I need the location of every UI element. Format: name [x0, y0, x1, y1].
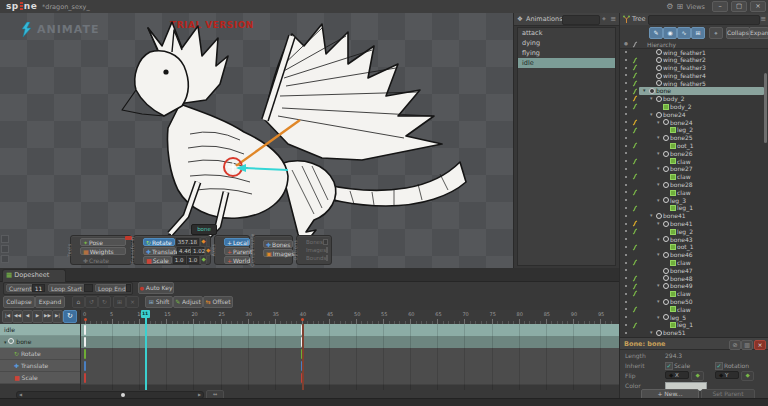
minimize-button[interactable]: –: [712, 1, 728, 12]
tree-expand-button[interactable]: Expand: [749, 27, 768, 39]
rotate-button[interactable]: ↻Rotate: [143, 238, 175, 246]
visibility-dot-icon[interactable]: [625, 254, 627, 256]
animation-item-dying[interactable]: dying: [518, 38, 615, 48]
tree-node-row[interactable]: ▾bone24: [620, 110, 768, 118]
tree-node-row[interactable]: wing_feather2: [620, 56, 768, 64]
expander-icon[interactable]: ▾: [657, 251, 660, 257]
tree-node-row[interactable]: ▾bone: [620, 87, 768, 95]
visibility-dot-icon[interactable]: [625, 152, 627, 154]
option-images-checkbox[interactable]: [326, 247, 328, 253]
translate-button[interactable]: ✚Translate: [143, 247, 176, 255]
tree-node-row[interactable]: leg_2: [620, 126, 768, 134]
tree-node-row[interactable]: ▾bone50: [620, 298, 768, 306]
tree-node-row[interactable]: oot_1: [620, 142, 768, 150]
playback-button-5[interactable]: ▶|: [52, 310, 63, 323]
visibility-dot-icon[interactable]: [625, 238, 627, 240]
tree-node-row[interactable]: ▾bone27: [620, 165, 768, 173]
inherit-scale-checkbox[interactable]: ✓: [665, 362, 673, 370]
visibility-dot-icon[interactable]: [625, 207, 627, 209]
tree-node-row[interactable]: claw: [620, 305, 768, 313]
track-label-Scale[interactable]: ■ Scale: [0, 372, 80, 384]
translate-x-value[interactable]: 4.46: [177, 247, 190, 255]
track-label-Rotate[interactable]: ↻ Rotate: [0, 348, 80, 360]
tree-menu-icon[interactable]: ≡: [760, 15, 766, 23]
viewport-side-toggles[interactable]: [1, 235, 8, 263]
visibility-dot-icon[interactable]: [625, 223, 627, 225]
keyframe[interactable]: [84, 373, 86, 383]
delete-icon[interactable]: ×: [754, 340, 766, 350]
adjust-button[interactable]: ✎ Adjust: [173, 296, 203, 308]
expander-icon[interactable]: ▾: [657, 165, 660, 171]
tree-node-row[interactable]: bone48: [620, 274, 768, 282]
keyframe[interactable]: [84, 337, 86, 347]
offset-button[interactable]: ⇆ Offset: [203, 296, 233, 308]
axes-world-button[interactable]: +World: [224, 256, 250, 264]
key-tools-icon-1[interactable]: ⌂: [72, 296, 85, 308]
visibility-dot-icon[interactable]: [625, 262, 627, 264]
visibility-dot-icon[interactable]: [625, 82, 627, 84]
tree-node-row[interactable]: ▾bone28: [620, 181, 768, 189]
tree-node-row[interactable]: bone47: [620, 266, 768, 274]
views-menu[interactable]: Views: [686, 3, 705, 11]
option-bones-checkbox[interactable]: [323, 239, 328, 245]
views-grid-icon[interactable]: ⊞: [676, 2, 683, 12]
expander-icon[interactable]: ▾: [657, 197, 660, 203]
length-value[interactable]: 294.3: [665, 352, 682, 359]
tree-node-row[interactable]: ▾bone26: [620, 149, 768, 157]
dopesheet-tab[interactable]: ▦Dopesheet: [2, 269, 66, 282]
expander-icon[interactable]: ▾: [650, 329, 653, 335]
visibility-dot-icon[interactable]: [625, 301, 627, 303]
option-images[interactable]: Images: [306, 246, 328, 254]
tree-node-row[interactable]: wing_feather3: [620, 64, 768, 72]
visibility-dot-icon[interactable]: [625, 277, 627, 279]
tree-node-row[interactable]: ▾leg_5: [620, 313, 768, 321]
playhead-handle[interactable]: 11: [141, 310, 150, 318]
tree-node-row[interactable]: body_2: [620, 103, 768, 111]
visibility-dot-icon[interactable]: [625, 106, 627, 108]
weights-button[interactable]: ▦Weights: [80, 247, 126, 255]
popout-icon[interactable]: ⌖: [602, 15, 606, 23]
expander-icon[interactable]: ▾: [657, 150, 660, 156]
expander-icon[interactable]: ▾: [650, 212, 653, 218]
visibility-dot-icon[interactable]: [625, 324, 627, 326]
tree-select-tool[interactable]: ⌖: [709, 27, 723, 39]
flip-x-button[interactable]: ◆ X: [665, 371, 689, 379]
visibility-dot-icon[interactable]: [625, 51, 627, 53]
animation-item-idle[interactable]: idle: [518, 58, 615, 68]
close-button[interactable]: ×: [750, 1, 766, 12]
loop-end-field[interactable]: [126, 284, 131, 292]
expander-icon[interactable]: ▾: [650, 95, 653, 101]
tree-node-row[interactable]: claw: [620, 259, 768, 267]
expander-icon[interactable]: ▾: [657, 181, 660, 187]
tree-bones-toggle[interactable]: ◉: [663, 27, 677, 39]
track-timeline[interactable]: [80, 372, 619, 385]
tree-node-row[interactable]: leg_1: [620, 321, 768, 329]
visibility-dot-icon[interactable]: [625, 113, 627, 115]
visibility-dot-icon[interactable]: [625, 90, 627, 92]
sliders-icon[interactable]: ▥: [741, 340, 753, 350]
playhead-line[interactable]: [145, 310, 147, 390]
scale-key-icon[interactable]: ◆: [200, 255, 207, 265]
viewport[interactable]: ANIMATE TRIAL VERSION: [0, 13, 514, 268]
visibility-dot-icon[interactable]: [625, 59, 627, 61]
tree-node-row[interactable]: claw: [620, 290, 768, 298]
visibility-dot-icon[interactable]: [625, 230, 627, 232]
ghost-icon[interactable]: ⊘: [729, 340, 741, 350]
keyframe[interactable]: [84, 325, 86, 335]
animations-filter-input[interactable]: [562, 15, 600, 25]
visibility-dot-icon[interactable]: [625, 184, 627, 186]
expander-icon[interactable]: ▾: [657, 236, 660, 242]
dopesheet-collapse-button[interactable]: Collapse: [3, 296, 35, 308]
current-frame-field[interactable]: 11: [32, 284, 45, 292]
tree-node-row[interactable]: claw: [620, 157, 768, 165]
option-bounds[interactable]: Bounds: [306, 254, 328, 262]
tree-node-row[interactable]: ▾bone51: [620, 329, 768, 337]
inherit-rotation-checkbox[interactable]: ✓: [715, 362, 723, 370]
tree-node-row[interactable]: ▾bone24: [620, 118, 768, 126]
visibility-dot-icon[interactable]: [625, 269, 627, 271]
visibility-dot-icon[interactable]: [625, 308, 627, 310]
pose-button[interactable]: ✦Pose: [80, 238, 126, 246]
axes-parent-button[interactable]: +Parent: [224, 247, 250, 255]
axes-local-button[interactable]: +Local: [224, 238, 250, 246]
tree-node-row[interactable]: ▾bone43: [620, 235, 768, 243]
